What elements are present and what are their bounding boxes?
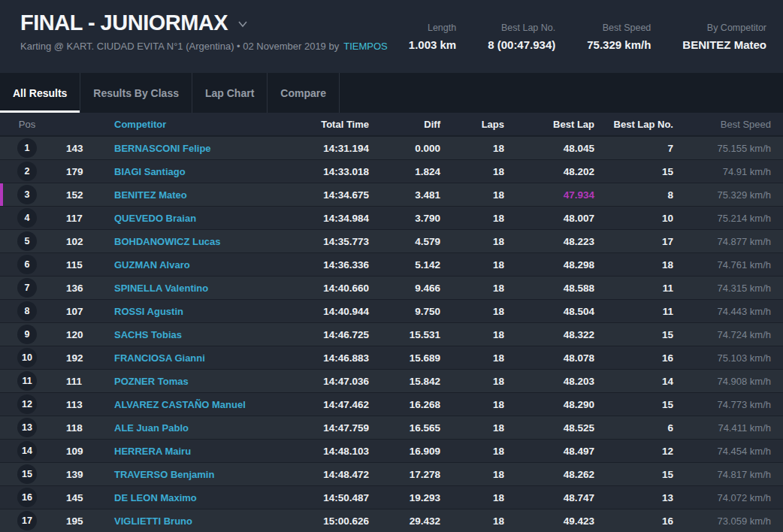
column-header-diff: Diff	[369, 119, 440, 130]
kart-number: 139	[50, 469, 114, 480]
total-time: 14:40.660	[279, 283, 369, 294]
best-speed-value: 74.773 km/h	[673, 399, 771, 410]
total-time: 14:50.487	[279, 492, 369, 503]
diff-value: 19.293	[369, 492, 440, 503]
competitor-link[interactable]: BERNASCONI Felipe	[114, 143, 279, 154]
competitor-link[interactable]: QUEVEDO Braian	[114, 213, 279, 224]
competitor-link[interactable]: SPINELLA Valentino	[114, 283, 279, 294]
best-lap-no-value: 16	[594, 352, 673, 364]
table-row[interactable]: 3 152 BENITEZ Mateo 14:34.675 3.481 18 4…	[0, 183, 783, 206]
table-row[interactable]: 7 136 SPINELLA Valentino 14:40.660 9.466…	[0, 276, 783, 299]
laps-value: 18	[440, 329, 504, 340]
chevron-down-icon[interactable]	[237, 18, 249, 33]
table-row[interactable]: 12 113 ALVAREZ CASTAÑO Manuel 14:47.462 …	[0, 392, 783, 416]
table-row[interactable]: 10 192 FRANCIOSA Gianni 14:46.883 15.689…	[0, 346, 783, 369]
total-time: 14:47.759	[279, 422, 369, 434]
stat-by-competitor: By Competitor BENITEZ Mateo	[682, 23, 766, 51]
best-lap-no-value: 15	[594, 469, 673, 480]
table-row[interactable]: 9 120 SACHS Tobias 14:46.725 15.531 18 4…	[0, 322, 783, 346]
competitor-link[interactable]: ALVAREZ CASTAÑO Manuel	[114, 399, 279, 410]
table-row[interactable]: 1 143 BERNASCONI Felipe 14:31.194 0.000 …	[0, 136, 783, 159]
diff-value: 4.579	[369, 236, 440, 247]
stat-value: BENITEZ Mateo	[682, 38, 766, 51]
competitor-link[interactable]: BENITEZ Mateo	[114, 189, 279, 201]
table-row[interactable]: 8 107 ROSSI Agustin 14:40.944 9.750 18 4…	[0, 299, 783, 322]
best-lap-value: 48.223	[504, 236, 594, 247]
laps-value: 18	[440, 213, 504, 224]
best-speed-value: 74.817 km/h	[673, 469, 771, 480]
best-lap-no-value: 15	[594, 329, 673, 340]
best-lap-value: 47.934	[504, 189, 594, 201]
competitor-link[interactable]: ROSSI Agustin	[114, 306, 279, 317]
competitor-link[interactable]: SACHS Tobias	[114, 329, 279, 340]
best-speed-value: 75.214 km/h	[673, 213, 771, 224]
best-lap-no-value: 13	[594, 492, 673, 503]
diff-value: 3.790	[369, 213, 440, 224]
best-lap-value: 48.202	[504, 166, 594, 177]
competitor-link[interactable]: TRAVERSO Benjamin	[114, 469, 279, 480]
best-lap-no-value: 18	[594, 259, 673, 271]
table-row[interactable]: 5 102 BOHDANOWICZ Lucas 14:35.773 4.579 …	[0, 229, 783, 252]
laps-value: 18	[440, 283, 504, 294]
competitor-link[interactable]: GUZMAN Alvaro	[114, 259, 279, 271]
session-selector[interactable]: FINAL - JUNIORMAX	[20, 11, 388, 35]
competitor-link[interactable]: FRANCIOSA Gianni	[114, 352, 279, 364]
event-header: FINAL - JUNIORMAX Karting @ KART. CIUDAD…	[0, 0, 783, 73]
table-row[interactable]: 2 179 BIAGI Santiago 14:33.018 1.824 18 …	[0, 159, 783, 183]
best-lap-no-value: 8	[594, 189, 673, 201]
competitor-link[interactable]: HERRERA Mairu	[114, 446, 279, 457]
best-speed-value: 73.059 km/h	[673, 515, 771, 527]
table-row[interactable]: 14 109 HERRERA Mairu 14:48.103 16.909 18…	[0, 439, 783, 462]
stat-label: By Competitor	[682, 23, 766, 33]
kart-number: 113	[50, 399, 114, 410]
stat-label: Best Speed	[587, 23, 651, 33]
event-stats: Length 1.003 km Best Lap No. 8 (00:47.93…	[409, 23, 766, 51]
laps-value: 18	[440, 306, 504, 317]
position-badge: 13	[17, 418, 37, 437]
laps-value: 18	[440, 352, 504, 364]
best-speed-value: 75.155 km/h	[673, 143, 771, 154]
best-speed-value: 74.908 km/h	[673, 376, 771, 387]
table-row[interactable]: 16 145 DE LEON Maximo 14:50.487 19.293 1…	[0, 485, 783, 509]
column-header-best-speed: Best Speed	[673, 119, 771, 130]
diff-value: 9.466	[369, 283, 440, 294]
table-row[interactable]: 11 111 POZNER Tomas 14:47.036 15.842 18 …	[0, 369, 783, 392]
table-row[interactable]: 6 115 GUZMAN Alvaro 14:36.336 5.142 18 4…	[0, 252, 783, 276]
table-row[interactable]: 15 139 TRAVERSO Benjamin 14:48.472 17.27…	[0, 462, 783, 485]
best-lap-no-value: 17	[594, 236, 673, 247]
best-lap-no-value: 7	[594, 143, 673, 154]
laps-value: 18	[440, 189, 504, 201]
laps-value: 18	[440, 259, 504, 271]
position-badge: 3	[17, 185, 37, 204]
competitor-link[interactable]: BIAGI Santiago	[114, 166, 279, 177]
total-time: 14:36.336	[279, 259, 369, 271]
total-time: 14:31.194	[279, 143, 369, 154]
competitor-link[interactable]: VIGLIETTI Bruno	[114, 515, 279, 527]
total-time: 14:33.018	[279, 166, 369, 177]
table-row[interactable]: 13 118 ALE Juan Pablo 14:47.759 16.565 1…	[0, 416, 783, 439]
laps-value: 18	[440, 492, 504, 503]
page-title: FINAL - JUNIORMAX	[20, 11, 228, 35]
competitor-link[interactable]: DE LEON Maximo	[114, 492, 279, 503]
tab-results-by-class[interactable]: Results By Class	[80, 73, 192, 113]
kart-number: 120	[50, 329, 114, 340]
tab-lap-chart[interactable]: Lap Chart	[192, 73, 268, 113]
best-lap-value: 49.423	[504, 515, 594, 527]
tiempos-link[interactable]: TIEMPOS	[343, 41, 388, 52]
column-header-laps: Laps	[440, 119, 504, 130]
total-time: 14:34.675	[279, 189, 369, 201]
best-lap-no-value: 12	[594, 446, 673, 457]
tab-all-results[interactable]: All Results	[0, 73, 80, 113]
tab-compare[interactable]: Compare	[268, 73, 340, 113]
total-time: 14:48.103	[279, 446, 369, 457]
position-badge: 2	[17, 162, 37, 181]
competitor-link[interactable]: BOHDANOWICZ Lucas	[114, 236, 279, 247]
kart-number: 136	[50, 283, 114, 294]
competitor-link[interactable]: POZNER Tomas	[114, 376, 279, 387]
diff-value: 16.909	[369, 446, 440, 457]
competitor-link[interactable]: ALE Juan Pablo	[114, 422, 279, 434]
table-row[interactable]: 17 195 VIGLIETTI Bruno 15:00.626 29.432 …	[0, 509, 783, 532]
table-row[interactable]: 4 117 QUEVEDO Braian 14:34.984 3.790 18 …	[0, 206, 783, 229]
results-table: Pos Competitor Total Time Diff Laps Best…	[0, 113, 783, 532]
best-speed-value: 74.315 km/h	[673, 283, 771, 294]
